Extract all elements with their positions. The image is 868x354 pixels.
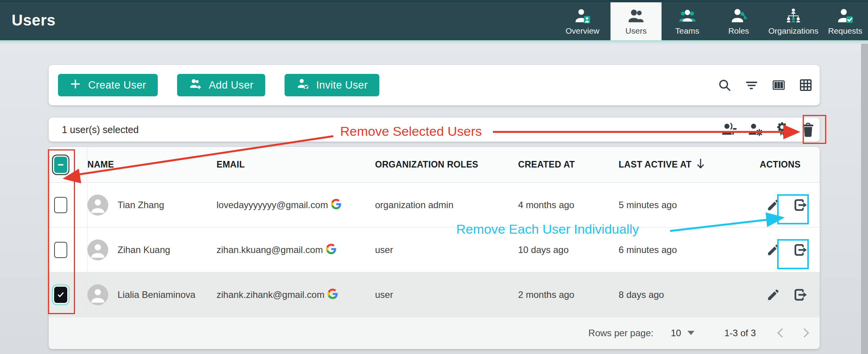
remove-user-logout-icon[interactable] [793,197,808,213]
selection-bar: 1 user(s) selected [49,118,820,142]
column-header-name[interactable]: NAME [87,159,217,170]
last-active-at: 6 minutes ago [613,245,750,255]
create-user-button[interactable]: Create User [58,74,158,96]
filter-icon[interactable] [743,77,760,94]
email-cell: zihan.kkuang@gmail.com [217,244,375,256]
name-cell: Lialia Beniaminova [87,284,217,305]
last-active-at: 8 days ago [613,289,750,300]
tab-requests[interactable]: Requests [822,2,868,43]
org-role: organization admin [375,200,512,210]
button-label: Add User [209,79,254,91]
plus-icon [70,78,81,92]
edit-icon[interactable] [766,287,781,303]
next-page-button[interactable] [798,327,810,339]
user-name: Lialia Beniaminova [118,289,195,300]
row-checkbox-cell [49,272,87,317]
email-cell: lovedayyyyyyy@gmail.com [217,199,375,211]
table-header-row: NAME EMAIL ORGANIZATION ROLES CREATED AT… [49,147,820,183]
tab-overview[interactable]: Overview [554,2,610,43]
tab-label: Organizations [768,26,819,36]
last-active-at: 5 minutes ago [613,200,750,210]
person-check-icon [837,7,854,26]
navbar-gradient-strip [0,40,868,44]
previous-page-button[interactable] [776,327,788,339]
tab-organizations[interactable]: Organizations [764,2,822,43]
row-checkbox[interactable] [54,197,67,213]
tab-users[interactable]: Users [610,2,662,43]
google-icon [331,199,341,211]
column-header-org-roles[interactable]: ORGANIZATION ROLES [375,159,512,170]
google-icon [326,244,336,256]
created-at: 10 days ago [512,245,613,255]
column-header-actions: ACTIONS [750,159,820,170]
rows-per-page-value[interactable]: 10 [671,328,681,339]
table-row[interactable]: Zihan Kuang zihan.kkuang@gmail.com user … [49,227,820,272]
remove-user-icon[interactable] [721,121,738,138]
award-role-icon[interactable] [773,121,790,138]
column-header-last-active-at[interactable]: LAST ACTIVE AT [613,158,750,172]
button-label: Create User [88,79,146,91]
user-settings-icon[interactable] [747,121,764,138]
toolbar-buttons: Create User Add User Invite User [58,74,379,96]
tab-roles[interactable]: Roles [713,2,764,43]
actions-cell [750,287,820,303]
user-name: Zihan Kuang [118,245,170,255]
user-email: lovedayyyyyyy@gmail.com [217,200,328,210]
google-icon [327,289,338,301]
team-group-icon [678,7,697,26]
toolbar: Create User Add User Invite User [49,65,820,105]
chevron-right-icon [800,328,809,337]
tab-label: Users [626,26,647,36]
add-user-button[interactable]: Add User [177,74,265,96]
tab-label: Teams [675,26,699,36]
edit-icon[interactable] [766,197,781,213]
column-header-created-at[interactable]: CREATED AT [512,159,613,170]
search-icon[interactable] [716,77,733,94]
table-row[interactable]: Tian Zhang lovedayyyyyyy@gmail.com organ… [49,183,820,227]
tab-teams[interactable]: Teams [662,2,713,43]
sort-desc-icon[interactable] [696,158,706,172]
user-email: zihan.kkuang@gmail.com [217,245,323,255]
selection-count-label: 1 user(s) selected [62,124,139,135]
rows-per-page-label: Rows per page: [588,328,653,339]
users-table: NAME EMAIL ORGANIZATION ROLES CREATED AT… [49,147,820,349]
person-plus-icon [189,78,202,93]
tab-label: Requests [828,26,863,36]
person-envelope-icon [296,78,309,93]
org-role: user [375,245,512,255]
column-header-label: LAST ACTIVE AT [619,159,692,170]
toolbar-right-icons [716,77,820,94]
delete-icon[interactable] [800,121,817,138]
rows-per-page-dropdown-arrow[interactable] [687,331,694,335]
remove-user-logout-icon[interactable] [793,287,808,303]
remove-user-logout-icon[interactable] [793,242,808,258]
top-navbar: Users Overview Users Teams [0,0,868,40]
users-admin-screen: Users Overview Users Teams [0,0,868,354]
created-at: 2 months ago [512,289,613,300]
person-key-icon [730,7,748,26]
column-header-email[interactable]: EMAIL [217,159,375,170]
header-checkbox-cell [49,147,87,182]
table-footer: Rows per page: 10 1-3 of 3 [49,317,820,349]
row-checkbox[interactable] [54,242,67,258]
actions-cell [750,242,820,258]
row-checkbox-cell [49,183,87,227]
name-cell: Tian Zhang [87,195,217,215]
avatar [87,195,108,215]
person-badge-icon [574,7,591,26]
table-row[interactable]: Lialia Beniaminova zihank.zihank@gmail.c… [49,272,820,317]
edit-icon[interactable] [766,242,781,258]
scrollbar[interactable] [861,44,868,354]
select-all-checkbox[interactable] [54,157,67,173]
columns-icon[interactable] [770,77,787,94]
avatar [87,239,108,260]
selection-actions [721,121,820,138]
row-checkbox[interactable] [54,287,67,303]
invite-user-button[interactable]: Invite User [285,74,379,96]
pagination-range: 1-3 of 3 [725,328,756,339]
actions-cell [750,197,820,213]
grid-icon[interactable] [797,77,814,94]
org-chart-icon [784,7,802,26]
nav-tabs: Overview Users Teams Roles [554,2,868,43]
created-at: 4 months ago [512,200,613,210]
